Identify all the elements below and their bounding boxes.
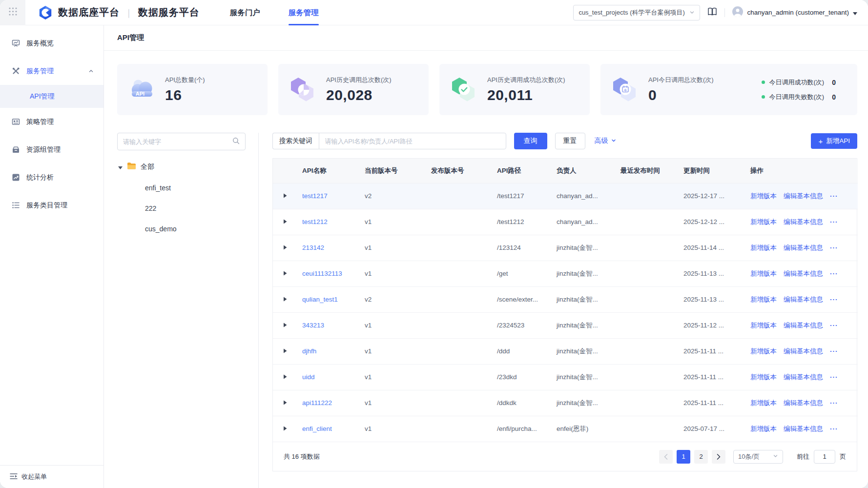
collapse-menu-button[interactable]: 收起菜单 xyxy=(0,465,103,488)
action-new-version[interactable]: 新增版本 xyxy=(750,192,777,200)
tree-node-root[interactable]: 全部 xyxy=(117,162,246,171)
action-edit-basic-info[interactable]: 编辑基本信息 xyxy=(784,322,823,329)
cell-publish-time xyxy=(616,312,679,338)
svg-text:API: API xyxy=(136,90,145,96)
more-actions-icon[interactable]: ··· xyxy=(830,425,838,432)
expand-row-icon[interactable] xyxy=(283,193,287,198)
tree-node-child[interactable]: enfi_test xyxy=(117,184,246,192)
action-new-version[interactable]: 新增版本 xyxy=(750,270,777,277)
api-name-link[interactable]: qulian_test1 xyxy=(302,296,338,303)
reset-button[interactable]: 重置 xyxy=(555,133,585,149)
action-new-version[interactable]: 新增版本 xyxy=(750,399,777,407)
action-new-version[interactable]: 新增版本 xyxy=(750,373,777,381)
plus-icon: + xyxy=(818,137,823,145)
user-menu[interactable]: chanyan_admin (customer_tenant) xyxy=(732,6,857,19)
expand-row-icon[interactable] xyxy=(283,348,287,353)
expand-row-icon[interactable] xyxy=(283,374,287,379)
app-launcher-button[interactable] xyxy=(0,0,25,25)
more-actions-icon[interactable]: ··· xyxy=(830,192,838,200)
sidebar-item-service-overview[interactable]: 服务概览 xyxy=(0,29,103,57)
api-table: API名称当前版本号发布版本号API路径负责人最近发布时间更新时间操作 test… xyxy=(272,158,857,471)
action-new-version[interactable]: 新增版本 xyxy=(750,322,777,329)
cell-update-time: 2025-12-12 ... xyxy=(679,209,745,235)
action-new-version[interactable]: 新增版本 xyxy=(750,218,777,225)
overview-icon xyxy=(12,39,20,47)
action-new-version[interactable]: 新增版本 xyxy=(750,296,777,303)
next-page-button[interactable] xyxy=(712,450,725,464)
cell-published-version xyxy=(426,286,492,312)
nav-item-service-manage[interactable]: 服务管理 xyxy=(289,0,319,25)
search-button[interactable]: 查询 xyxy=(514,133,547,149)
docs-button[interactable] xyxy=(707,7,717,18)
cell-current-version: v2 xyxy=(360,286,426,312)
more-actions-icon[interactable]: ··· xyxy=(830,218,838,225)
action-edit-basic-info[interactable]: 编辑基本信息 xyxy=(784,347,823,355)
more-actions-icon[interactable]: ··· xyxy=(830,399,838,407)
action-edit-basic-info[interactable]: 编辑基本信息 xyxy=(784,399,823,407)
more-actions-icon[interactable]: ··· xyxy=(830,347,838,355)
action-edit-basic-info[interactable]: 编辑基本信息 xyxy=(784,270,823,277)
expand-row-icon[interactable] xyxy=(283,297,287,302)
nav-item-service-portal[interactable]: 服务门户 xyxy=(230,0,260,25)
action-edit-basic-info[interactable]: 编辑基本信息 xyxy=(784,296,823,303)
advanced-toggle[interactable]: 高级 xyxy=(595,137,617,145)
top-nav: 服务门户服务管理 xyxy=(230,0,319,25)
pagination: 12 10条/页 前往 页 xyxy=(659,450,846,464)
api-name-link[interactable]: api111222 xyxy=(302,399,332,407)
page-size-select[interactable]: 10条/页 xyxy=(733,450,783,464)
api-name-link[interactable]: test1212 xyxy=(302,218,328,225)
sidebar-item-resource-group-manage[interactable]: 资源组管理 xyxy=(0,136,103,163)
sidebar-subitem-api-manage[interactable]: API管理 xyxy=(0,85,103,108)
action-edit-basic-info[interactable]: 编辑基本信息 xyxy=(784,192,823,200)
sidebar-item-policy-manage[interactable]: 策略管理 xyxy=(0,108,103,136)
api-name-link[interactable]: test1217 xyxy=(302,192,328,200)
action-edit-basic-info[interactable]: 编辑基本信息 xyxy=(784,218,823,225)
action-edit-basic-info[interactable]: 编辑基本信息 xyxy=(784,373,823,381)
action-new-version[interactable]: 新增版本 xyxy=(750,244,777,251)
stat-card-value: 0 xyxy=(648,87,714,103)
api-name-link[interactable]: enfi_client xyxy=(302,425,332,432)
expand-row-icon[interactable] xyxy=(283,219,287,224)
expand-row-icon[interactable] xyxy=(283,271,287,276)
goto-page-input[interactable] xyxy=(814,450,835,464)
api-name-link[interactable]: uidd xyxy=(302,373,315,381)
sidebar-item-stats-analysis[interactable]: 统计分析 xyxy=(0,163,103,191)
action-edit-basic-info[interactable]: 编辑基本信息 xyxy=(784,425,823,432)
sidebar-item-service-manage[interactable]: 服务管理 xyxy=(0,57,103,85)
column-header: 操作 xyxy=(745,159,858,183)
action-new-version[interactable]: 新增版本 xyxy=(750,425,777,432)
more-actions-icon[interactable]: ··· xyxy=(830,244,838,251)
more-actions-icon[interactable]: ··· xyxy=(830,322,838,329)
more-actions-icon[interactable]: ··· xyxy=(830,373,838,381)
cell-api-path: /123124 xyxy=(492,235,552,261)
table-row: qulian_test1v2/scene/exter...jinzhita(金智… xyxy=(273,286,858,312)
expand-row-icon[interactable] xyxy=(283,245,287,250)
api-name-link[interactable]: 213142 xyxy=(302,244,324,251)
action-new-version[interactable]: 新增版本 xyxy=(750,347,777,355)
stat-card-value: 20,011 xyxy=(487,87,565,103)
prev-page-button[interactable] xyxy=(659,450,673,464)
column-header xyxy=(273,159,297,183)
project-select[interactable]: cus_test_projects (科学平台案例项目) xyxy=(573,5,700,20)
expand-row-icon[interactable] xyxy=(283,400,287,405)
stat-card-label: API历史调用总次数(次) xyxy=(326,76,392,84)
tree-search-input[interactable] xyxy=(123,138,232,145)
api-name-link[interactable]: ceui11132113 xyxy=(302,270,342,277)
api-name-link[interactable]: djhfh xyxy=(302,347,316,355)
expand-row-icon[interactable] xyxy=(283,426,287,431)
page-button-2[interactable]: 2 xyxy=(694,450,708,464)
tree-node-child[interactable]: cus_demo xyxy=(117,225,246,233)
page-button-1[interactable]: 1 xyxy=(677,450,690,464)
cell-current-version: v1 xyxy=(360,209,426,235)
sidebar-item-service-category-manage[interactable]: 服务类目管理 xyxy=(0,191,103,219)
more-actions-icon[interactable]: ··· xyxy=(830,270,838,277)
pie-hex-icon xyxy=(289,77,317,102)
api-name-link[interactable]: 343213 xyxy=(302,322,324,329)
tree-node-child[interactable]: 222 xyxy=(117,204,246,212)
action-edit-basic-info[interactable]: 编辑基本信息 xyxy=(784,244,823,251)
add-api-button[interactable]: + 新增API xyxy=(811,133,857,149)
expand-row-icon[interactable] xyxy=(283,323,287,327)
more-actions-icon[interactable]: ··· xyxy=(830,296,838,303)
keyword-input[interactable] xyxy=(319,133,506,149)
cell-owner: chanyan_ad... xyxy=(552,183,616,209)
